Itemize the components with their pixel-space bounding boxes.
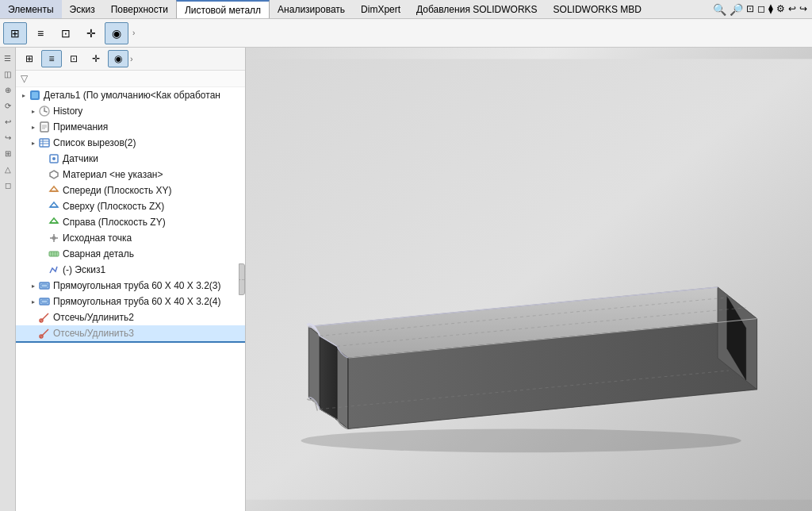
weldment-icon (48, 248, 60, 260)
strip-icon-3[interactable]: ⟳ (1, 98, 15, 113)
tree-item-material[interactable]: Материал <не указан> (16, 167, 245, 182)
root-icon (29, 89, 41, 102)
gear-icon[interactable]: ⚙ (776, 3, 785, 16)
tree-item-tube1[interactable]: ▸ Прямоугольная труба 60 X 40 X 3.2(3) (16, 278, 245, 294)
tree-item-front[interactable]: Спереди (Плоскость XY) (16, 182, 245, 198)
tree-item-tube2[interactable]: ▸ Прямоугольная труба 60 X 40 X 3.2(4) (16, 294, 245, 309)
root-label: Деталь1 (По умолчанию<Как обработан (44, 90, 220, 101)
strip-icon-6[interactable]: ⊞ (1, 146, 15, 160)
tree-content[interactable]: ▸ Деталь1 (По умолчанию<Как обработан ▸ (16, 87, 245, 511)
front-label: Спереди (Плоскость XY) (63, 185, 172, 196)
origin-label: Исходная точка (63, 232, 132, 244)
svg-line-34 (40, 329, 48, 337)
sketch1-icon (48, 263, 60, 276)
strip-icon-2[interactable]: ⊕ (1, 83, 15, 97)
toolbar-btn-add[interactable]: ✛ (79, 22, 103, 44)
root-expand-arrow[interactable]: ▸ (19, 90, 29, 100)
svg-marker-15 (50, 186, 58, 191)
tree-item-right[interactable]: Справа (Плоскость ZY) (16, 214, 245, 230)
notes-label: Примечания (53, 121, 108, 133)
box-icon[interactable]: ⊡ (746, 3, 754, 16)
strip-icon-1[interactable]: ◫ (1, 67, 15, 81)
tree-item-sensors[interactable]: Датчики (16, 151, 245, 167)
tree-item-origin[interactable]: Исходная точка (16, 230, 245, 246)
left-strip: ☰ ◫ ⊕ ⟳ ↩ ↪ ⊞ △ ◻ (0, 48, 16, 511)
notes-expand-arrow[interactable]: ▸ (29, 122, 38, 132)
3d-icon[interactable]: ⧫ (768, 3, 773, 16)
toolbar-btn-save[interactable]: ⊡ (54, 22, 78, 44)
strip-icon-7[interactable]: △ (1, 162, 15, 176)
tree-item-weldment[interactable]: Сварная деталь (16, 246, 245, 262)
tree-btn-add[interactable]: ✛ (86, 50, 106, 67)
tree-btn-save[interactable]: ⊡ (63, 50, 84, 67)
tree-more-chevron[interactable]: › (130, 54, 133, 63)
strip-icon-0[interactable]: ☰ (1, 51, 15, 65)
tube1-label: Прямоугольная труба 60 X 40 X 3.2(3) (53, 280, 221, 291)
svg-rect-9 (40, 139, 49, 147)
filter-icon[interactable]: ▽ (21, 73, 28, 84)
strip-icon-8[interactable]: ◻ (1, 178, 15, 192)
tree-item-history[interactable]: ▸ History (16, 103, 245, 119)
tree-item-cutlist[interactable]: ▸ Список вырезов(2) (16, 135, 245, 151)
notes-icon (38, 121, 51, 133)
search2-icon[interactable]: 🔎 (730, 3, 743, 16)
svg-line-4 (44, 111, 47, 112)
cutlist-expand-arrow[interactable]: ▸ (29, 138, 38, 148)
tube2-icon (38, 295, 51, 308)
viewport[interactable] (246, 48, 812, 511)
tree-btn-grid[interactable]: ⊞ (19, 50, 40, 67)
tree-btn-pie[interactable]: ◉ (108, 50, 128, 67)
feature-tree-panel: ⊞ ≡ ⊡ ✛ ◉ › ▽ ▸ Деталь1 (По умолча (16, 48, 246, 511)
menu-dimxpert[interactable]: DimXpert (353, 0, 408, 18)
tree-resize-handle[interactable]: ⋮ (239, 263, 245, 295)
top-plane-icon (48, 200, 60, 213)
menu-sketch[interactable]: Эскиз (62, 0, 103, 18)
view-icon[interactable]: ◻ (757, 3, 765, 16)
sketch1-label: (-) Эскиз1 (63, 264, 105, 275)
svg-marker-40 (320, 336, 337, 419)
arrow-icon[interactable]: ↩ (788, 3, 796, 16)
tube2-label: Прямоугольная труба 60 X 40 X 3.2(4) (53, 296, 221, 307)
menu-elements[interactable]: Элементы (0, 0, 62, 18)
trim3-icon (38, 327, 51, 340)
weldment-label: Сварная деталь (63, 248, 134, 259)
menu-surface[interactable]: Поверхности (103, 0, 176, 18)
toolbar-btn-grid[interactable]: ⊞ (3, 22, 27, 44)
menu-solidworks-additions[interactable]: Добавления SOLIDWORKS (408, 0, 546, 18)
tree-btn-list[interactable]: ≡ (41, 50, 62, 67)
svg-point-52 (301, 428, 741, 452)
trim3-label: Отсечь/Удлинить3 (53, 328, 134, 339)
tree-item-sketch1[interactable]: (-) Эскиз1 (16, 262, 245, 278)
search-icon[interactable]: 🔍 (713, 3, 726, 16)
material-label: Материал <не указан> (63, 169, 163, 180)
right-label: Справа (Плоскость ZY) (63, 217, 166, 228)
tube1-expand-arrow[interactable]: ▸ (29, 281, 38, 290)
sensors-icon (48, 152, 60, 165)
top-label: Сверху (Плоскость ZX) (63, 201, 164, 212)
menu-sheet-metal[interactable]: Листовой металл (176, 0, 270, 18)
svg-line-32 (40, 313, 48, 321)
toolbar-more-chevron[interactable]: › (130, 29, 137, 37)
toolbar-btn-list[interactable]: ≡ (29, 22, 52, 44)
history-icon (38, 105, 51, 117)
redo-icon[interactable]: ↪ (799, 3, 807, 16)
strip-icon-5[interactable]: ↪ (1, 130, 15, 144)
strip-icon-4[interactable]: ↩ (1, 114, 15, 129)
history-expand-arrow[interactable]: ▸ (29, 106, 38, 116)
toolbar: ⊞ ≡ ⊡ ✛ ◉ › (0, 19, 812, 48)
tree-toolbar: ⊞ ≡ ⊡ ✛ ◉ › (16, 48, 245, 71)
svg-point-14 (52, 157, 56, 160)
tree-item-trim2[interactable]: Отсечь/Удлинить2 (16, 309, 245, 325)
tube2-expand-arrow[interactable]: ▸ (29, 297, 38, 306)
svg-rect-1 (32, 92, 38, 98)
tree-item-trim3[interactable]: Отсечь/Удлинить3 (16, 325, 245, 343)
menu-solidworks-mbd[interactable]: SOLIDWORKS MBD (546, 0, 649, 18)
front-plane-icon (48, 184, 60, 197)
trim2-icon (38, 311, 51, 324)
tree-item-top[interactable]: Сверху (Плоскость ZX) (16, 198, 245, 214)
tree-item-notes[interactable]: ▸ Примечания (16, 119, 245, 135)
toolbar-btn-pie[interactable]: ◉ (105, 22, 128, 44)
tree-root-item[interactable]: ▸ Деталь1 (По умолчанию<Как обработан (16, 87, 245, 103)
cutlist-icon (38, 136, 51, 149)
menu-analyze[interactable]: Анализировать (270, 0, 353, 18)
